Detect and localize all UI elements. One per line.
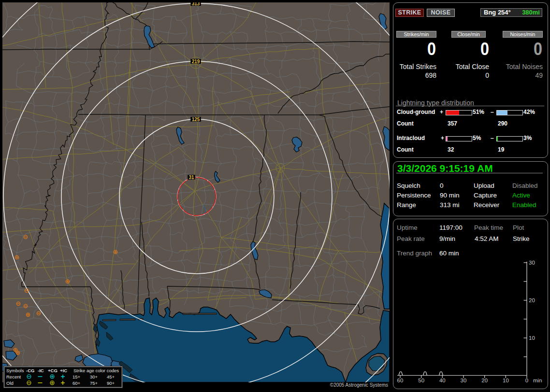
svg-text:50: 50 — [418, 378, 424, 383]
svg-text:219: 219 — [192, 59, 200, 64]
svg-text:30: 30 — [529, 260, 535, 266]
svg-text:60+: 60+ — [72, 380, 81, 386]
svg-text:45+: 45+ — [107, 374, 115, 379]
svg-text:125: 125 — [192, 117, 200, 122]
svg-text:30: 30 — [461, 378, 467, 383]
svg-text:15+: 15+ — [72, 374, 81, 379]
svg-text:0: 0 — [525, 378, 528, 383]
svg-text:20: 20 — [529, 297, 535, 303]
svg-text:Recent: Recent — [6, 374, 21, 379]
svg-text:10: 10 — [529, 335, 535, 341]
svg-text:Symbols: Symbols — [6, 368, 24, 373]
svg-text:30+: 30+ — [90, 374, 98, 379]
svg-text:40: 40 — [439, 378, 446, 383]
svg-text:10: 10 — [503, 378, 509, 383]
svg-text:Old: Old — [6, 380, 14, 386]
svg-text:31: 31 — [188, 175, 194, 180]
svg-text:+CG: +CG — [48, 368, 58, 373]
svg-text:20: 20 — [481, 378, 488, 383]
svg-text:+IC: +IC — [60, 368, 67, 373]
svg-text:313: 313 — [192, 1, 200, 6]
svg-text:-IC: -IC — [38, 368, 44, 373]
svg-text:Strike age color codes: Strike age color codes — [73, 368, 119, 373]
svg-text:75+: 75+ — [90, 380, 98, 386]
svg-text:-CG: -CG — [26, 368, 34, 373]
svg-text:90+: 90+ — [107, 380, 115, 386]
svg-text:60: 60 — [397, 378, 404, 383]
svg-text:min: min — [533, 378, 542, 383]
svg-text:©2005 Astrogenic Systems: ©2005 Astrogenic Systems — [330, 382, 388, 388]
